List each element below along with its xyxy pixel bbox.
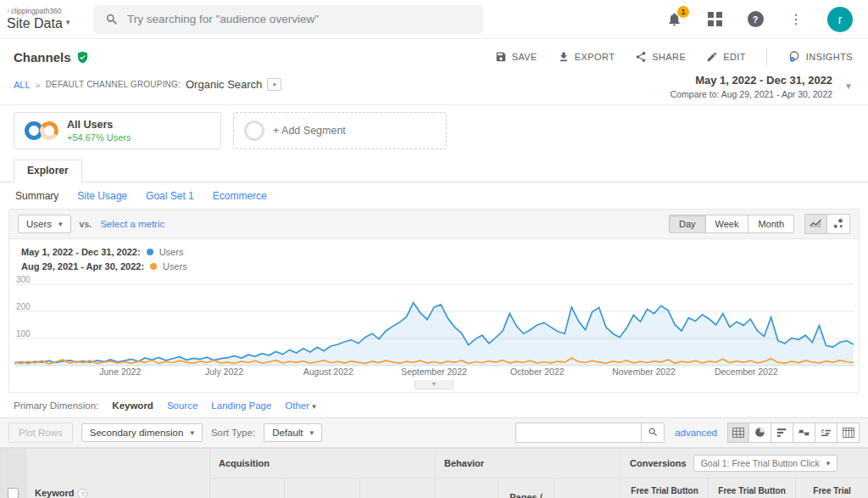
term-cloud-icon: e [821, 428, 832, 438]
column-header-pages-session[interactable]: Pages / Session? [498, 478, 554, 498]
svg-text:e: e [821, 428, 825, 434]
motion-chart-view-button[interactable] [827, 214, 850, 234]
tab-explorer[interactable]: Explorer [14, 159, 82, 182]
table-view-button[interactable] [727, 422, 749, 443]
share-icon [635, 51, 647, 63]
metric-selector[interactable]: Users ▾ [18, 215, 71, 233]
advanced-search-link[interactable]: advanced [675, 428, 717, 438]
column-header-new-users[interactable]: New Users? [285, 478, 360, 498]
date-range-compare: Compare to: Aug 29, 2021 - Apr 30, 2022 [670, 88, 832, 100]
save-button[interactable]: SAVE [495, 51, 537, 63]
help-icon[interactable]: ? [77, 489, 87, 498]
edit-button[interactable]: EDIT [706, 51, 746, 63]
x-tick-label: October 2022 [510, 367, 565, 377]
line-chart-view-button[interactable] [804, 214, 827, 234]
term-cloud-view-button[interactable]: e [815, 422, 837, 443]
column-header-users[interactable]: Users?↓ [210, 478, 285, 498]
granularity-week[interactable]: Week [706, 215, 749, 233]
segment-donut-icon [25, 121, 58, 140]
dimension-other[interactable]: Other ▾ [285, 400, 316, 411]
column-header-sessions[interactable]: Sessions? [360, 478, 436, 498]
chart-collapse-button[interactable]: ▼ [415, 380, 453, 389]
subtab-goal-set-1[interactable]: Goal Set 1 [146, 190, 194, 202]
property-switcher[interactable]: › clippingpath360 Site Data ▾ [7, 8, 92, 31]
y-tick-label: 300 [16, 275, 31, 284]
pie-chart-icon [754, 427, 765, 438]
bar-list-icon [776, 428, 787, 438]
account-name: clippingpath360 [11, 8, 62, 15]
secondary-dimension-selector[interactable]: Secondary dimension ▾ [81, 423, 203, 442]
group-header-acquisition: Acquisition [210, 448, 436, 478]
goal-selector[interactable]: Goal 1: Free Trial Button Click ▾ [693, 455, 838, 472]
insights-button[interactable]: INSIGHTS [787, 50, 853, 64]
segment-name: All Users [67, 119, 131, 131]
top-bar: › clippingpath360 Site Data ▾ 1 ? ⋮ r [0, 0, 868, 39]
vs-label: vs. [80, 219, 92, 229]
apps-button[interactable] [705, 10, 724, 29]
dimension-source[interactable]: Source [167, 400, 198, 411]
date-range-primary: May 1, 2022 - Dec 31, 2022 [670, 73, 832, 88]
channel-grouping-selector[interactable]: ▾ [267, 78, 281, 91]
granularity-month[interactable]: Month [748, 215, 794, 233]
x-tick-label: September 2022 [401, 367, 467, 377]
notifications-button[interactable]: 1 [665, 10, 683, 29]
add-segment-button[interactable]: + Add Segment [233, 112, 447, 149]
pivot-view-button[interactable] [837, 422, 860, 443]
pencil-icon [706, 51, 718, 63]
property-name: Site Data [7, 16, 63, 31]
legend-row-primary: May 1, 2022 - Dec 31, 2022: Users [21, 247, 847, 257]
primary-dimension-bar: Primary Dimension: Keyword Source Landin… [0, 393, 868, 415]
plot-rows-button[interactable]: Plot Rows [8, 422, 73, 443]
column-header-bounce-rate[interactable]: Bounce Rate? [436, 478, 498, 498]
breadcrumb-all-link[interactable]: ALL [14, 80, 31, 90]
column-header-goal-conversion-rate[interactable]: Free Trial Button Click (Goal 1 Conversi… [621, 478, 709, 498]
performance-view-button[interactable] [771, 422, 793, 443]
granularity-day[interactable]: Day [669, 215, 706, 233]
timeseries-chart: 100200300 June 2022July 2022August 2022S… [9, 277, 859, 389]
download-icon [558, 51, 570, 63]
help-button[interactable]: ? [746, 10, 765, 29]
chevron-down-icon: ▾ [826, 459, 831, 467]
save-icon [495, 51, 507, 63]
column-header-avg-session-duration[interactable]: Avg. Session Duration? [554, 478, 621, 498]
select-all-checkbox[interactable] [8, 488, 19, 498]
search-input[interactable] [127, 13, 471, 25]
chart-canvas [14, 279, 854, 366]
insights-icon [787, 50, 801, 64]
comparison-icon [798, 428, 810, 438]
motion-chart-icon [832, 218, 844, 229]
channel-grouping-label: DEFAULT CHANNEL GROUPING: [46, 80, 181, 89]
keyword-column-header[interactable]: Keyword? [26, 448, 210, 498]
comparison-view-button[interactable] [793, 422, 815, 443]
export-button[interactable]: EXPORT [558, 51, 615, 63]
avatar[interactable]: r [827, 7, 853, 32]
explorer-subtabs: Summary Site Usage Goal Set 1 Ecommerce [0, 182, 868, 209]
date-range-picker[interactable]: May 1, 2022 - Dec 31, 2022 Compare to: A… [670, 73, 853, 100]
column-header-goal-value[interactable]: Free Trial Button Click (Goal 1 Value)? [796, 478, 868, 498]
overflow-menu-button[interactable]: ⋮ [787, 10, 805, 29]
table-search-button[interactable] [641, 422, 665, 443]
help-icon: ? [748, 11, 764, 27]
column-header-goal-completions[interactable]: Free Trial Button Click (Goal 1 Completi… [709, 478, 796, 498]
chevron-down-icon: ▼ [844, 81, 853, 91]
subtab-ecommerce[interactable]: Ecommerce [213, 190, 267, 202]
report-header: Channels SAVE EXPORT SHARE EDIT INSIGHTS [0, 39, 868, 71]
select-metric-link[interactable]: Select a metric [100, 219, 164, 229]
table-search-input[interactable] [515, 422, 641, 443]
legend-dot-blue [147, 249, 153, 255]
sort-type-selector[interactable]: Default ▾ [264, 423, 322, 442]
x-tick-label: June 2022 [99, 367, 141, 377]
search-icon [105, 13, 119, 26]
verified-shield-icon [76, 51, 89, 64]
dimension-landing-page[interactable]: Landing Page [211, 400, 271, 411]
subtab-summary[interactable]: Summary [15, 190, 58, 202]
percentage-view-button[interactable] [749, 422, 771, 443]
x-tick-label: August 2022 [303, 367, 353, 377]
subtab-site-usage[interactable]: Site Usage [77, 190, 127, 202]
group-header-conversions: Conversions Goal 1: Free Trial Button Cl… [621, 448, 868, 478]
table-view-switcher: e [727, 422, 860, 443]
share-button[interactable]: SHARE [635, 51, 686, 63]
dimension-keyword[interactable]: Keyword [112, 400, 153, 411]
segment-all-users[interactable]: All Users +54.67% Users [14, 112, 221, 149]
global-search[interactable] [93, 5, 483, 34]
